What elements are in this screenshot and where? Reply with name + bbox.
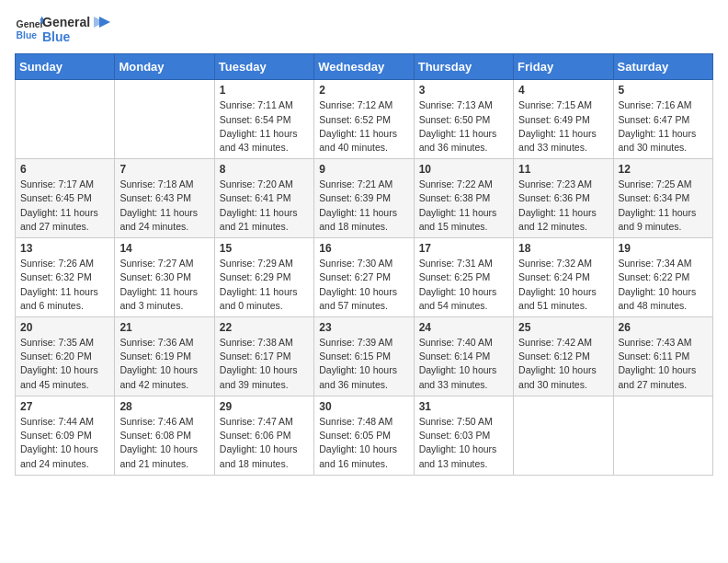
week-row-3: 13Sunrise: 7:26 AMSunset: 6:32 PMDayligh… [16,238,713,317]
day-info: Sunrise: 7:11 AMSunset: 6:54 PMDaylight:… [220,98,309,155]
week-row-2: 6Sunrise: 7:17 AMSunset: 6:45 PMDaylight… [16,159,713,238]
day-info: Sunrise: 7:31 AMSunset: 6:25 PMDaylight:… [419,257,508,313]
day-cell [16,80,115,159]
day-number: 12 [619,163,708,176]
day-number: 26 [619,321,708,334]
day-info: Sunrise: 7:39 AMSunset: 6:15 PMDaylight:… [319,336,408,392]
day-number: 15 [220,242,309,255]
day-info: Sunrise: 7:27 AMSunset: 6:30 PMDaylight:… [119,257,209,313]
day-cell: 19Sunrise: 7:34 AMSunset: 6:22 PMDayligh… [613,238,712,317]
day-number: 27 [20,400,109,413]
day-cell [115,80,214,159]
day-number: 4 [518,84,608,97]
day-info: Sunrise: 7:12 AMSunset: 6:52 PMDaylight:… [319,98,408,155]
day-info: Sunrise: 7:34 AMSunset: 6:22 PMDaylight:… [619,257,708,313]
weekday-header-thursday: Thursday [414,54,513,80]
logo-icon: General Blue [15,15,44,44]
day-number: 31 [419,400,508,413]
day-info: Sunrise: 7:30 AMSunset: 6:27 PMDaylight:… [319,257,408,313]
day-info: Sunrise: 7:44 AMSunset: 6:09 PMDaylight:… [20,415,109,471]
day-number: 2 [319,84,408,97]
day-info: Sunrise: 7:18 AMSunset: 6:43 PMDaylight:… [119,178,209,234]
day-cell: 26Sunrise: 7:43 AMSunset: 6:11 PMDayligh… [613,317,712,396]
logo-text-blue: Blue [42,29,110,44]
day-info: Sunrise: 7:21 AMSunset: 6:39 PMDaylight:… [319,178,408,234]
day-number: 3 [419,84,508,97]
day-cell: 15Sunrise: 7:29 AMSunset: 6:29 PMDayligh… [214,238,313,317]
day-number: 18 [518,242,608,255]
logo-arrow [94,17,110,29]
day-number: 21 [119,321,209,334]
day-cell: 31Sunrise: 7:50 AMSunset: 6:03 PMDayligh… [414,396,513,475]
day-cell: 4Sunrise: 7:15 AMSunset: 6:49 PMDaylight… [514,80,613,159]
day-cell: 1Sunrise: 7:11 AMSunset: 6:54 PMDaylight… [214,80,313,159]
logo-text-general: General [42,15,110,29]
calendar: SundayMondayTuesdayWednesdayThursdayFrid… [15,53,713,475]
day-info: Sunrise: 7:17 AMSunset: 6:45 PMDaylight:… [20,178,109,234]
weekday-header-tuesday: Tuesday [214,54,313,80]
day-cell: 29Sunrise: 7:47 AMSunset: 6:06 PMDayligh… [214,396,313,475]
day-number: 8 [220,163,309,176]
header: General Blue General Blue [15,15,713,44]
weekday-header-friday: Friday [514,54,613,80]
week-row-5: 27Sunrise: 7:44 AMSunset: 6:09 PMDayligh… [16,396,713,475]
day-info: Sunrise: 7:43 AMSunset: 6:11 PMDaylight:… [619,336,708,392]
day-cell: 24Sunrise: 7:40 AMSunset: 6:14 PMDayligh… [414,317,513,396]
day-info: Sunrise: 7:42 AMSunset: 6:12 PMDaylight:… [518,336,608,392]
day-cell: 25Sunrise: 7:42 AMSunset: 6:12 PMDayligh… [514,317,613,396]
day-info: Sunrise: 7:22 AMSunset: 6:38 PMDaylight:… [419,178,508,234]
page-container: General Blue General Blue [0,0,728,485]
day-cell: 13Sunrise: 7:26 AMSunset: 6:32 PMDayligh… [16,238,115,317]
day-cell: 18Sunrise: 7:32 AMSunset: 6:24 PMDayligh… [514,238,613,317]
logo: General Blue General Blue [15,15,110,44]
day-cell: 3Sunrise: 7:13 AMSunset: 6:50 PMDaylight… [414,80,513,159]
day-number: 30 [319,400,408,413]
day-cell: 21Sunrise: 7:36 AMSunset: 6:19 PMDayligh… [115,317,214,396]
day-info: Sunrise: 7:25 AMSunset: 6:34 PMDaylight:… [619,178,708,234]
day-cell: 5Sunrise: 7:16 AMSunset: 6:47 PMDaylight… [613,80,712,159]
day-info: Sunrise: 7:40 AMSunset: 6:14 PMDaylight:… [419,336,508,392]
day-info: Sunrise: 7:38 AMSunset: 6:17 PMDaylight:… [220,336,309,392]
weekday-header-monday: Monday [115,54,214,80]
day-number: 29 [220,400,309,413]
day-number: 20 [20,321,109,334]
day-cell: 14Sunrise: 7:27 AMSunset: 6:30 PMDayligh… [115,238,214,317]
day-number: 7 [119,163,209,176]
day-info: Sunrise: 7:36 AMSunset: 6:19 PMDaylight:… [119,336,209,392]
day-number: 5 [619,84,708,97]
day-number: 1 [220,84,309,97]
day-info: Sunrise: 7:46 AMSunset: 6:08 PMDaylight:… [119,415,209,471]
day-cell [613,396,712,475]
day-cell [514,396,613,475]
day-cell: 12Sunrise: 7:25 AMSunset: 6:34 PMDayligh… [613,159,712,238]
day-cell: 6Sunrise: 7:17 AMSunset: 6:45 PMDaylight… [16,159,115,238]
day-number: 13 [20,242,109,255]
day-cell: 30Sunrise: 7:48 AMSunset: 6:05 PMDayligh… [314,396,414,475]
day-cell: 16Sunrise: 7:30 AMSunset: 6:27 PMDayligh… [314,238,414,317]
day-cell: 23Sunrise: 7:39 AMSunset: 6:15 PMDayligh… [314,317,414,396]
day-number: 11 [518,163,608,176]
day-info: Sunrise: 7:23 AMSunset: 6:36 PMDaylight:… [518,178,608,234]
day-info: Sunrise: 7:48 AMSunset: 6:05 PMDaylight:… [319,415,408,471]
day-number: 16 [319,242,408,255]
day-number: 14 [119,242,209,255]
day-number: 22 [220,321,309,334]
week-row-1: 1Sunrise: 7:11 AMSunset: 6:54 PMDaylight… [16,80,713,159]
weekday-header-saturday: Saturday [613,54,712,80]
day-number: 17 [419,242,508,255]
day-number: 10 [419,163,508,176]
day-cell: 20Sunrise: 7:35 AMSunset: 6:20 PMDayligh… [16,317,115,396]
day-cell: 11Sunrise: 7:23 AMSunset: 6:36 PMDayligh… [514,159,613,238]
day-info: Sunrise: 7:20 AMSunset: 6:41 PMDaylight:… [220,178,309,234]
day-info: Sunrise: 7:16 AMSunset: 6:47 PMDaylight:… [619,98,708,155]
day-number: 23 [319,321,408,334]
day-cell: 8Sunrise: 7:20 AMSunset: 6:41 PMDaylight… [214,159,313,238]
day-cell: 9Sunrise: 7:21 AMSunset: 6:39 PMDaylight… [314,159,414,238]
week-row-4: 20Sunrise: 7:35 AMSunset: 6:20 PMDayligh… [16,317,713,396]
day-number: 6 [20,163,109,176]
day-info: Sunrise: 7:13 AMSunset: 6:50 PMDaylight:… [419,98,508,155]
day-number: 25 [518,321,608,334]
day-info: Sunrise: 7:50 AMSunset: 6:03 PMDaylight:… [419,415,508,471]
day-info: Sunrise: 7:35 AMSunset: 6:20 PMDaylight:… [20,336,109,392]
svg-text:Blue: Blue [17,30,38,40]
